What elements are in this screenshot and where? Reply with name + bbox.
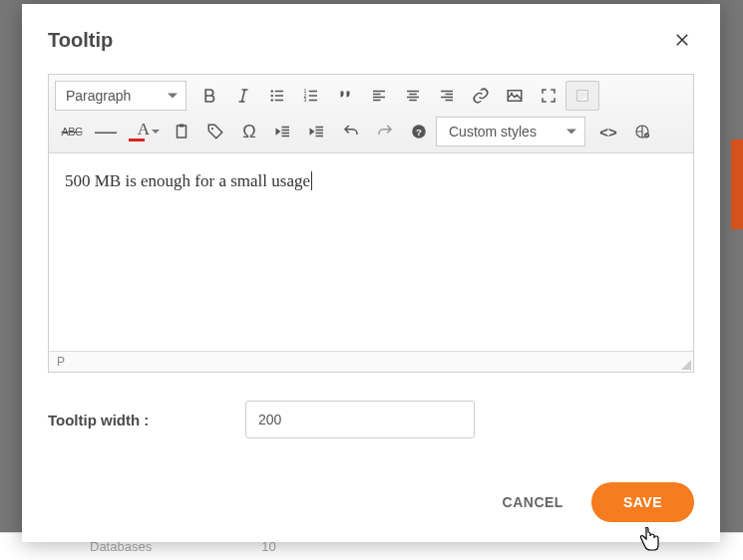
- element-path: P: [57, 355, 65, 369]
- source-button[interactable]: <>: [591, 117, 625, 146]
- translate-icon: [633, 123, 651, 140]
- help-button[interactable]: ?: [402, 117, 436, 146]
- svg-rect-9: [178, 126, 186, 138]
- custom-styles-select[interactable]: Custom styles: [436, 117, 585, 146]
- toolbar-row-2: ABC — A Ω ? Custom styles: [55, 117, 687, 146]
- clipboard-icon: [173, 123, 190, 140]
- link-icon: [472, 87, 490, 105]
- svg-rect-10: [180, 125, 185, 128]
- svg-point-7: [511, 93, 513, 95]
- text-color-icon: A: [138, 120, 150, 140]
- editor-content-area[interactable]: 500 MB is enough for a small usage: [49, 153, 693, 351]
- format-select-label: Paragraph: [66, 88, 131, 104]
- svg-point-2: [271, 99, 273, 101]
- redo-button[interactable]: [368, 117, 402, 146]
- special-char-button[interactable]: Ω: [232, 117, 266, 146]
- numbered-list-icon: 123: [302, 87, 320, 105]
- help-icon: ?: [410, 123, 428, 140]
- strikethrough-button[interactable]: ABC: [55, 117, 89, 146]
- outdent-icon: [274, 123, 292, 140]
- resize-handle[interactable]: [679, 358, 691, 370]
- svg-text:3: 3: [304, 97, 307, 103]
- undo-icon: [342, 123, 360, 140]
- show-blocks-button[interactable]: [565, 81, 599, 111]
- paste-button[interactable]: [165, 117, 198, 146]
- editor-text: 500 MB is enough for a small usage: [65, 171, 310, 190]
- close-button[interactable]: [668, 26, 696, 54]
- svg-point-1: [271, 95, 273, 97]
- quote-icon: [336, 87, 354, 105]
- close-icon: [673, 31, 691, 49]
- italic-button[interactable]: [226, 81, 260, 111]
- custom-styles-label: Custom styles: [449, 124, 537, 140]
- indent-button[interactable]: [300, 117, 334, 146]
- show-blocks-icon: [573, 87, 591, 105]
- horizontal-rule-button[interactable]: —: [89, 117, 123, 146]
- image-icon: [506, 87, 524, 105]
- horizontal-rule-icon: —: [95, 119, 117, 144]
- italic-icon: [234, 87, 252, 105]
- align-right-button[interactable]: [430, 81, 464, 111]
- tag-button[interactable]: [198, 117, 232, 146]
- caret-down-icon: [566, 130, 576, 135]
- tag-icon: [206, 123, 224, 140]
- align-left-button[interactable]: [362, 81, 396, 111]
- editor-toolbar: Paragraph 123 ABC — A: [49, 75, 693, 153]
- bg-accent: [731, 140, 743, 229]
- align-center-button[interactable]: [396, 81, 430, 111]
- fullscreen-button[interactable]: [532, 81, 565, 111]
- text-color-button[interactable]: A: [123, 117, 165, 146]
- bulleted-list-icon: [268, 87, 286, 105]
- link-button[interactable]: [464, 81, 498, 111]
- strikethrough-icon: ABC: [61, 126, 82, 138]
- svg-point-11: [211, 128, 213, 130]
- modal-title: Tooltip: [48, 29, 113, 52]
- outdent-button[interactable]: [266, 117, 300, 146]
- caret-down-icon: [168, 94, 178, 99]
- rich-text-editor: Paragraph 123 ABC — A: [48, 74, 694, 373]
- editor-path-bar: P: [49, 351, 693, 372]
- bold-button[interactable]: [192, 81, 226, 111]
- translate-button[interactable]: [625, 117, 659, 146]
- undo-button[interactable]: [334, 117, 368, 146]
- modal-header: Tooltip: [22, 4, 720, 64]
- tooltip-width-row: Tooltip width :: [48, 401, 694, 438]
- svg-point-0: [271, 90, 273, 92]
- code-icon: <>: [599, 124, 617, 140]
- modal-footer: CANCEL SAVE: [22, 462, 720, 542]
- format-select[interactable]: Paragraph: [55, 81, 186, 111]
- align-center-icon: [404, 87, 422, 105]
- tooltip-modal: Tooltip Paragraph 123: [22, 4, 720, 542]
- tooltip-width-input[interactable]: [245, 401, 475, 438]
- align-left-icon: [370, 87, 388, 105]
- cancel-button[interactable]: CANCEL: [503, 494, 563, 510]
- svg-text:?: ?: [416, 127, 422, 138]
- omega-icon: Ω: [242, 122, 255, 142]
- text-cursor: [311, 171, 312, 190]
- indent-icon: [308, 123, 326, 140]
- tooltip-width-label: Tooltip width :: [48, 412, 237, 428]
- caret-down-icon: [152, 130, 160, 134]
- blockquote-button[interactable]: [328, 81, 362, 111]
- unordered-list-button[interactable]: [260, 81, 294, 111]
- fullscreen-icon: [540, 87, 557, 105]
- align-right-icon: [438, 87, 456, 105]
- ordered-list-button[interactable]: 123: [294, 81, 328, 111]
- bold-icon: [200, 87, 218, 105]
- save-button[interactable]: SAVE: [591, 482, 694, 522]
- redo-icon: [376, 123, 394, 140]
- toolbar-row-1: Paragraph 123: [55, 81, 687, 111]
- image-button[interactable]: [498, 81, 532, 111]
